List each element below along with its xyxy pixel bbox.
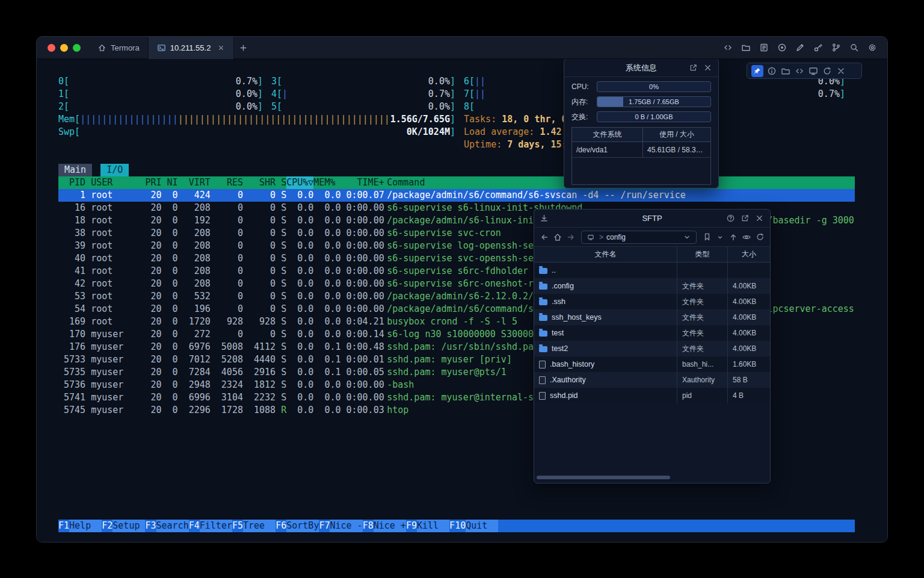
breadcrumb-separator: > bbox=[599, 233, 603, 241]
fkey-f7[interactable]: F7 bbox=[319, 520, 330, 532]
zoom-window-button[interactable] bbox=[73, 44, 81, 52]
column-header[interactable]: PRI bbox=[140, 176, 161, 189]
close-tab-icon[interactable] bbox=[217, 44, 225, 52]
file-row[interactable]: sshd.pidpid4 B bbox=[534, 388, 770, 403]
file-row[interactable]: .bash_historybash_hi...1.60KB bbox=[534, 356, 770, 372]
bookmark-icon[interactable] bbox=[701, 232, 712, 243]
fkey-f8[interactable]: F8 bbox=[363, 520, 374, 532]
file-row[interactable]: .config文件夹4.00KB bbox=[534, 278, 770, 294]
process-row[interactable]: 1root20042400S0.00.00:00.07/package/admi… bbox=[58, 189, 855, 202]
path-breadcrumb[interactable]: > config bbox=[581, 231, 697, 244]
refresh-icon[interactable] bbox=[754, 232, 765, 243]
chevron-down-icon[interactable] bbox=[682, 232, 692, 243]
tab-host-session[interactable]: 10.211.55.2 bbox=[149, 37, 235, 59]
file-row[interactable]: test文件夹4.00KB bbox=[534, 325, 770, 341]
column-header[interactable]: USER bbox=[85, 176, 140, 189]
forward-icon[interactable] bbox=[565, 232, 576, 243]
pin-icon[interactable] bbox=[751, 65, 763, 77]
file-row[interactable]: .ssh文件夹4.00KB bbox=[534, 294, 770, 309]
screen-tab-io[interactable]: I/O bbox=[100, 164, 129, 176]
fkey-label[interactable]: Quit bbox=[466, 520, 498, 532]
column-filename[interactable]: 文件名 bbox=[534, 247, 677, 262]
tab-termora-home[interactable]: Termora bbox=[89, 37, 149, 59]
fkey-label[interactable]: Nice + bbox=[374, 520, 406, 532]
new-tab-button[interactable] bbox=[234, 37, 252, 59]
log-icon[interactable] bbox=[759, 42, 769, 53]
close-panel-icon[interactable] bbox=[754, 214, 764, 223]
gauge-value: 0 B / 1.00GB bbox=[597, 112, 710, 122]
column-header[interactable]: RES bbox=[211, 176, 243, 189]
column-header[interactable]: PID bbox=[58, 176, 85, 189]
folder-icon[interactable] bbox=[741, 42, 751, 53]
key-icon[interactable] bbox=[813, 42, 824, 53]
folder-icon[interactable] bbox=[780, 66, 791, 76]
column-header[interactable]: S bbox=[276, 176, 286, 189]
file-type: Xauthority bbox=[677, 372, 728, 388]
fkey-label[interactable]: Filter bbox=[200, 520, 232, 532]
settings-icon[interactable] bbox=[867, 42, 878, 53]
horizontal-scrollbar[interactable] bbox=[537, 476, 670, 479]
record-icon[interactable] bbox=[777, 42, 787, 53]
column-header[interactable]: CPU%▽ bbox=[286, 176, 313, 189]
home-icon[interactable] bbox=[552, 232, 563, 243]
help-icon[interactable] bbox=[725, 214, 735, 223]
search-icon[interactable] bbox=[849, 42, 860, 53]
bookmark-caret-icon[interactable] bbox=[715, 232, 725, 243]
fkey-label[interactable]: Tree bbox=[243, 520, 276, 532]
screen-tab-main[interactable]: Main bbox=[58, 164, 92, 176]
close-window-button[interactable] bbox=[48, 44, 55, 52]
fkey-f2[interactable]: F2 bbox=[102, 520, 112, 532]
open-in-window-icon[interactable] bbox=[740, 214, 750, 223]
minimize-window-button[interactable] bbox=[60, 44, 68, 52]
fkey-f9[interactable]: F9 bbox=[406, 520, 417, 532]
fkey-label[interactable]: Help bbox=[69, 520, 102, 532]
fkey-label[interactable]: Kill bbox=[417, 520, 449, 532]
column-header[interactable]: TIME+ bbox=[340, 176, 384, 189]
fkey-f5[interactable]: F5 bbox=[232, 520, 243, 532]
column-header[interactable]: MEM% bbox=[313, 176, 340, 189]
column-header[interactable]: SHR bbox=[243, 176, 276, 189]
branch-icon[interactable] bbox=[831, 42, 842, 53]
code-icon[interactable] bbox=[794, 66, 805, 76]
eye-icon[interactable] bbox=[741, 232, 752, 243]
fkey-f1[interactable]: F1 bbox=[58, 520, 69, 532]
close-icon[interactable] bbox=[836, 66, 846, 76]
column-header[interactable]: Command bbox=[384, 176, 425, 189]
file-row[interactable]: test2文件夹4.00KB bbox=[534, 341, 770, 356]
upload-icon[interactable] bbox=[728, 232, 739, 243]
column-header[interactable]: NI bbox=[162, 176, 178, 189]
edit-icon[interactable] bbox=[795, 42, 805, 53]
download-icon[interactable] bbox=[539, 214, 549, 223]
file-icon bbox=[539, 392, 546, 400]
file-row[interactable]: .XauthorityXauthority58 B bbox=[534, 372, 770, 388]
close-panel-icon[interactable] bbox=[703, 63, 712, 73]
fkey-label[interactable]: Nice - bbox=[330, 520, 362, 532]
process-command: /package/admin/s6-2.12.0.2/co bbox=[384, 290, 544, 303]
htop-stat-line: Tasks: 18, 0 thr, 0 bbox=[464, 113, 573, 126]
cpu-meter-1: 1[0.0%] bbox=[58, 88, 263, 101]
fkey-label[interactable]: Setup bbox=[112, 520, 145, 532]
fkey-label[interactable]: SortBy bbox=[286, 520, 319, 532]
open-in-window-icon[interactable] bbox=[688, 63, 698, 73]
filesystem-row[interactable]: /dev/vda1 45.61GB / 58.3… bbox=[572, 142, 710, 158]
app-window: Termora 10.211.55.2 0[0.7%]3[0.0%]6[||0.… bbox=[36, 36, 888, 542]
column-header[interactable]: VIRT bbox=[178, 176, 211, 189]
traffic-lights bbox=[37, 44, 89, 52]
fkey-f10[interactable]: F10 bbox=[449, 520, 466, 532]
fkey-f3[interactable]: F3 bbox=[145, 520, 156, 532]
info-icon[interactable] bbox=[766, 66, 777, 76]
file-row[interactable]: .. bbox=[534, 263, 770, 278]
refresh-icon[interactable] bbox=[822, 66, 833, 76]
terminal-icon[interactable] bbox=[808, 66, 819, 76]
column-type[interactable]: 类型 bbox=[677, 247, 728, 262]
file-row[interactable]: ssh_host_keys文件夹4.00KB bbox=[534, 309, 770, 325]
fkey-f6[interactable]: F6 bbox=[276, 520, 286, 532]
terminal-icon bbox=[157, 43, 166, 52]
process-command: sshd.pam: /usr/sbin/sshd.pam bbox=[384, 341, 539, 353]
back-icon[interactable] bbox=[539, 232, 550, 243]
code-icon[interactable] bbox=[722, 42, 733, 53]
fkey-f4[interactable]: F4 bbox=[189, 520, 200, 532]
process-command: s6-supervise svc-openssh-serv bbox=[384, 252, 544, 265]
column-size[interactable]: 大小 bbox=[728, 247, 770, 262]
fkey-label[interactable]: Search bbox=[156, 520, 189, 532]
